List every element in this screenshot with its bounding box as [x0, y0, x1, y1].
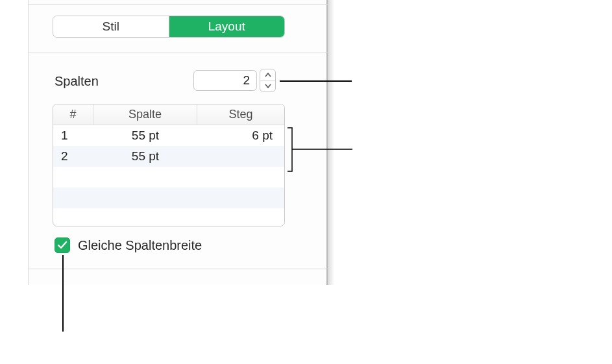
equal-width-row: Gleiche Spaltenbreite [55, 237, 202, 253]
th-steg[interactable]: Steg [197, 104, 284, 125]
chevron-down-icon [265, 84, 271, 88]
table-row [53, 188, 284, 208]
tab-segmented-control: Stil Layout [53, 16, 285, 38]
th-num[interactable]: # [53, 104, 93, 125]
tab-stil[interactable]: Stil [53, 16, 169, 37]
columns-count-input[interactable]: 2 [193, 70, 257, 91]
stepper-up[interactable] [260, 69, 275, 81]
columns-stepper[interactable] [260, 69, 276, 92]
columns-label: Spalten [55, 74, 99, 89]
cell-spalte[interactable]: 55 pt [93, 125, 197, 146]
callout-line [280, 80, 352, 82]
cell-steg[interactable] [197, 146, 284, 167]
stepper-down[interactable] [260, 81, 275, 92]
divider [28, 53, 328, 53]
table-row [53, 167, 284, 188]
equal-width-label: Gleiche Spaltenbreite [78, 238, 202, 253]
check-icon [57, 241, 67, 250]
equal-width-checkbox[interactable] [55, 237, 70, 253]
cell-num: 1 [53, 125, 93, 146]
cell-spalte[interactable]: 55 pt [93, 146, 197, 167]
table-row[interactable]: 1 55 pt 6 pt [53, 125, 284, 146]
tab-layout[interactable]: Layout [169, 16, 285, 37]
th-spalte[interactable]: Spalte [93, 104, 197, 125]
divider [28, 4, 328, 5]
divider [28, 269, 328, 269]
chevron-up-icon [265, 73, 271, 77]
columns-table: # Spalte Steg 1 55 pt 6 pt 2 55 pt [53, 104, 285, 226]
table-row[interactable]: 2 55 pt [53, 146, 284, 167]
cell-num: 2 [53, 146, 93, 167]
callout-line [62, 255, 64, 332]
callout-bracket [287, 127, 353, 173]
table-header: # Spalte Steg [53, 104, 284, 125]
cell-steg[interactable]: 6 pt [197, 125, 284, 146]
columns-count-value: 2 [243, 73, 250, 88]
